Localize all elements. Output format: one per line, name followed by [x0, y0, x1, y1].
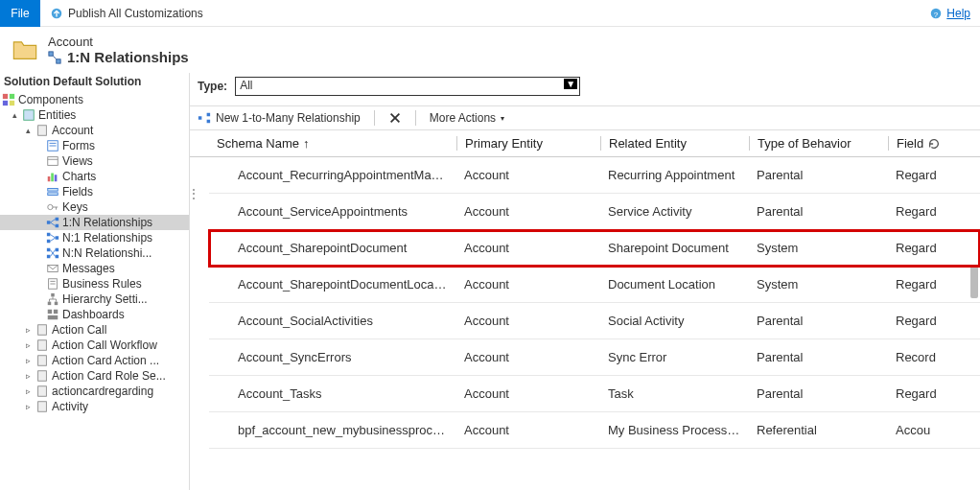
tree-actioncard-action[interactable]: ▹Action Card Action ...: [0, 353, 189, 368]
table-row[interactable]: Account_SharepointDocumentAccountSharepo…: [209, 230, 980, 267]
tree-fields[interactable]: Fields: [0, 184, 189, 199]
file-menu[interactable]: File: [0, 0, 40, 27]
entity-icon: [35, 124, 49, 137]
cell-schema: bpf_account_new_mybusinessprocessflow: [209, 423, 456, 437]
cell-primary: Account: [456, 277, 600, 292]
svg-rect-57: [38, 356, 47, 366]
col-field[interactable]: Field: [888, 136, 945, 151]
cell-related: Social Activity: [600, 314, 749, 328]
cell-field: Accou: [888, 423, 945, 437]
svg-rect-30: [56, 236, 59, 240]
folder-icon: [12, 36, 38, 63]
svg-rect-35: [47, 248, 51, 252]
delete-button[interactable]: [388, 111, 402, 125]
tree-charts[interactable]: Charts: [0, 169, 189, 184]
cell-related: Recurring Appointment: [600, 168, 749, 182]
new-relationship-button[interactable]: New 1-to-Many Relationship: [198, 111, 361, 125]
cell-related: Sync Error: [600, 350, 749, 364]
expand-icon: ▴: [23, 126, 33, 135]
tree-actioncard-role[interactable]: ▹Action Card Role Se...: [0, 368, 189, 384]
tree-nn-relationships[interactable]: N:N Relationshi...: [0, 245, 189, 261]
entities-icon: [22, 108, 35, 122]
tree-dashboards[interactable]: Dashboards: [0, 307, 189, 322]
cell-schema: Account_SharepointDocumentLocation: [209, 277, 456, 292]
cell-field: Regard: [888, 386, 945, 401]
column-headers: Schema Name ↑ Primary Entity Related Ent…: [190, 130, 980, 157]
entity-icon: [35, 323, 49, 337]
cell-field: Regard: [888, 241, 945, 255]
tree-actioncall-workflow[interactable]: ▹Action Call Workflow: [0, 338, 189, 353]
cell-field: Record: [888, 350, 945, 364]
tree-business-rules[interactable]: Business Rules: [0, 276, 189, 292]
grid-body[interactable]: Account_RecurringAppointmentMastersAccou…: [190, 157, 980, 490]
table-row[interactable]: Account_SocialActivitiesAccountSocial Ac…: [209, 303, 980, 339]
svg-rect-4: [57, 58, 60, 62]
svg-rect-45: [51, 293, 55, 297]
refresh-icon[interactable]: [927, 137, 941, 151]
col-schema[interactable]: Schema Name ↑: [209, 136, 456, 151]
table-row[interactable]: Account_SyncErrorsAccountSync ErrorParen…: [209, 339, 980, 376]
svg-line-5: [53, 56, 57, 59]
svg-rect-58: [38, 371, 47, 382]
cell-primary: Account: [456, 168, 600, 182]
table-row[interactable]: Account_RecurringAppointmentMastersAccou…: [209, 157, 980, 194]
tree-forms[interactable]: Forms: [0, 138, 189, 153]
help-icon: ?: [929, 7, 943, 20]
tree-actioncardregarding[interactable]: ▹actioncardregarding: [0, 384, 189, 399]
svg-rect-9: [10, 101, 14, 105]
svg-rect-53: [54, 310, 58, 314]
table-row[interactable]: Account_TasksAccountTaskParentalRegard: [209, 376, 980, 412]
svg-rect-46: [48, 302, 52, 306]
busrules-icon: [46, 277, 59, 291]
col-related[interactable]: Related Entity: [600, 136, 749, 151]
cell-behavior: Parental: [749, 314, 888, 328]
tree-1n-relationships[interactable]: 1:N Relationships: [0, 215, 189, 230]
entity-icon: [35, 369, 49, 383]
svg-rect-7: [10, 94, 14, 99]
tree-hierarchy[interactable]: Hierarchy Setti...: [0, 292, 189, 307]
cell-field: Regard: [888, 204, 945, 219]
nav-tree[interactable]: Components ▴Entities ▴Account Forms View…: [0, 90, 189, 490]
more-actions-dropdown[interactable]: More Actions ▾: [430, 111, 504, 125]
cell-schema: Account_SocialActivities: [209, 314, 456, 328]
table-row[interactable]: Account_ServiceAppointmentsAccountServic…: [209, 194, 980, 230]
rel1n-icon: [46, 216, 59, 229]
svg-rect-54: [48, 315, 58, 319]
cell-schema: Account_Tasks: [209, 386, 456, 401]
tree-n1-relationships[interactable]: N:1 Relationships: [0, 230, 189, 245]
table-row[interactable]: bpf_account_new_mybusinessprocessflowAcc…: [209, 412, 980, 449]
svg-rect-11: [38, 126, 47, 136]
tree-entities[interactable]: ▴Entities: [0, 107, 189, 123]
svg-rect-20: [48, 189, 58, 192]
col-primary[interactable]: Primary Entity: [456, 136, 600, 151]
collapse-icon: ▹: [23, 371, 33, 381]
svg-rect-60: [38, 402, 47, 412]
tree-keys[interactable]: Keys: [0, 199, 189, 215]
svg-rect-6: [3, 94, 8, 99]
svg-rect-21: [48, 193, 58, 196]
breadcrumb-entity: Account: [48, 35, 189, 49]
hierarchy-icon: [46, 292, 59, 306]
cell-behavior: Parental: [749, 168, 888, 182]
cell-field: Regard: [888, 277, 945, 292]
tree-views[interactable]: Views: [0, 153, 189, 169]
svg-rect-32: [47, 240, 51, 244]
tree-actioncall[interactable]: ▹Action Call: [0, 322, 189, 338]
tree-components[interactable]: Components: [0, 92, 189, 107]
col-behavior[interactable]: Type of Behavior: [749, 136, 888, 151]
sort-asc-icon: ↑: [303, 136, 310, 151]
svg-rect-19: [55, 175, 58, 181]
svg-line-34: [50, 238, 55, 242]
svg-rect-25: [47, 221, 51, 224]
cell-behavior: System: [749, 277, 888, 292]
help-link[interactable]: ? Help: [929, 7, 980, 20]
tree-messages[interactable]: Messages: [0, 261, 189, 276]
type-dropdown[interactable]: All: [235, 77, 580, 96]
svg-line-28: [50, 220, 55, 223]
svg-rect-59: [38, 386, 47, 397]
publish-all-button[interactable]: Publish All Customizations: [40, 0, 213, 27]
tree-account[interactable]: ▴Account: [0, 123, 189, 138]
tree-activity[interactable]: ▹Activity: [0, 399, 189, 414]
table-row[interactable]: Account_SharepointDocumentLocationAccoun…: [209, 267, 980, 303]
cell-schema: Account_SyncErrors: [209, 350, 456, 364]
